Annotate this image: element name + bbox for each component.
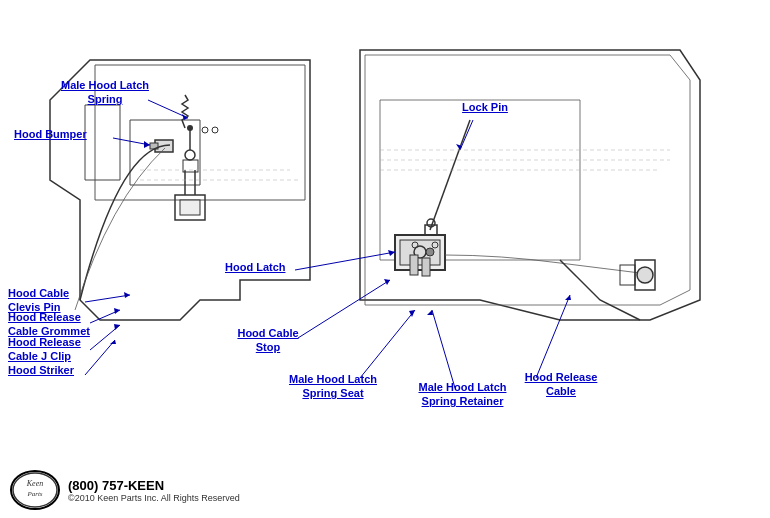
svg-point-8 bbox=[187, 125, 193, 131]
label-hood-release-cable: Hood Release Cable bbox=[516, 370, 606, 399]
svg-point-17 bbox=[426, 248, 434, 256]
copyright: ©2010 Keen Parts Inc. All Rights Reserve… bbox=[68, 493, 240, 503]
logo-oval: Keen Parts bbox=[10, 470, 60, 510]
label-male-hood-latch-spring-seat: Male Hood Latch Spring Seat bbox=[288, 372, 378, 401]
label-hood-latch: Hood Latch bbox=[225, 260, 305, 274]
svg-rect-19 bbox=[422, 258, 430, 276]
label-male-hood-latch-spring-retainer: Male Hood Latch Spring Retainer bbox=[415, 380, 510, 409]
diagram-container: Male Hood Latch Spring Hood Bumper Hood … bbox=[0, 0, 770, 518]
svg-rect-18 bbox=[410, 255, 418, 275]
logo-area: (800) 757-KEEN ©2010 Keen Parts Inc. All… bbox=[68, 478, 240, 503]
label-hood-striker: Hood Striker bbox=[8, 363, 93, 377]
svg-rect-2 bbox=[180, 200, 200, 215]
footer: Keen Parts (800) 757-KEEN ©2010 Keen Par… bbox=[10, 470, 240, 510]
svg-text:Parts: Parts bbox=[26, 490, 42, 498]
label-hood-cable-stop: Hood Cable Stop bbox=[228, 326, 308, 355]
label-hood-release-cable-j-clip: Hood Release Cable J Clip bbox=[8, 335, 93, 364]
label-lock-pin: Lock Pin bbox=[450, 100, 520, 114]
label-hood-bumper: Hood Bumper bbox=[14, 127, 104, 141]
label-male-hood-latch-spring: Male Hood Latch Spring bbox=[55, 78, 155, 107]
phone-number: (800) 757-KEEN bbox=[68, 478, 240, 493]
svg-point-45 bbox=[637, 267, 653, 283]
svg-text:Keen: Keen bbox=[26, 479, 43, 488]
